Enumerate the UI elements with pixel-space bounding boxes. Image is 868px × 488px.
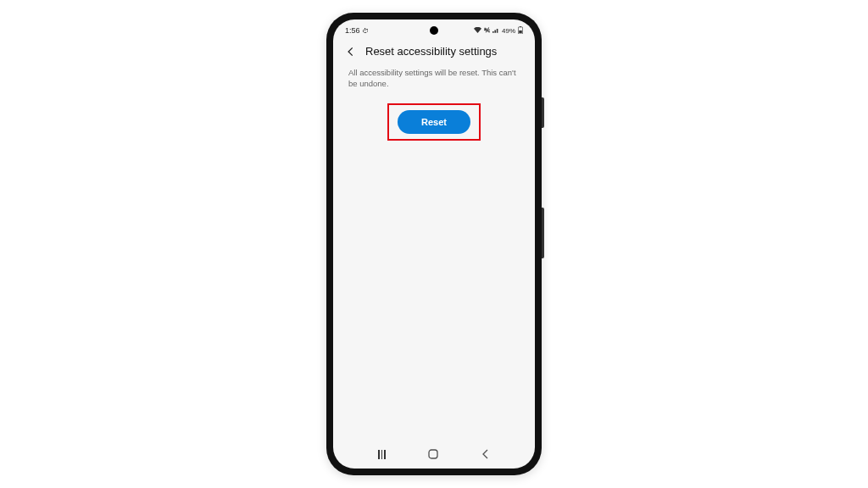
back-icon[interactable] (345, 46, 357, 58)
screen: 1:56 ⏱ ℀ 49% Reset accessibi (333, 19, 535, 469)
button-area: Reset (333, 100, 535, 144)
reset-button[interactable]: Reset (398, 110, 470, 134)
battery-percent: 49% (502, 27, 515, 35)
description-text: All accessibility settings will be reset… (333, 63, 535, 100)
volte-icon: ℀ (484, 27, 490, 34)
home-icon[interactable] (428, 449, 438, 459)
phone-frame: 1:56 ⏱ ℀ 49% Reset accessibi (326, 13, 542, 475)
svg-rect-3 (429, 450, 437, 458)
page-title: Reset accessibility settings (365, 45, 497, 58)
signal-icon (492, 27, 499, 35)
front-camera (430, 26, 438, 35)
back-nav-icon[interactable] (481, 449, 490, 459)
recents-icon[interactable] (378, 450, 386, 459)
power-button (542, 208, 544, 258)
highlight-annotation: Reset (387, 103, 481, 141)
status-time: 1:56 (345, 26, 360, 35)
wifi-icon (474, 27, 481, 35)
volume-button (542, 97, 544, 128)
battery-icon (518, 26, 523, 36)
header: Reset accessibility settings (333, 38, 535, 63)
svg-rect-2 (519, 30, 522, 32)
svg-rect-1 (520, 26, 521, 27)
navigation-bar (333, 440, 535, 469)
alarm-icon: ⏱ (362, 27, 369, 35)
